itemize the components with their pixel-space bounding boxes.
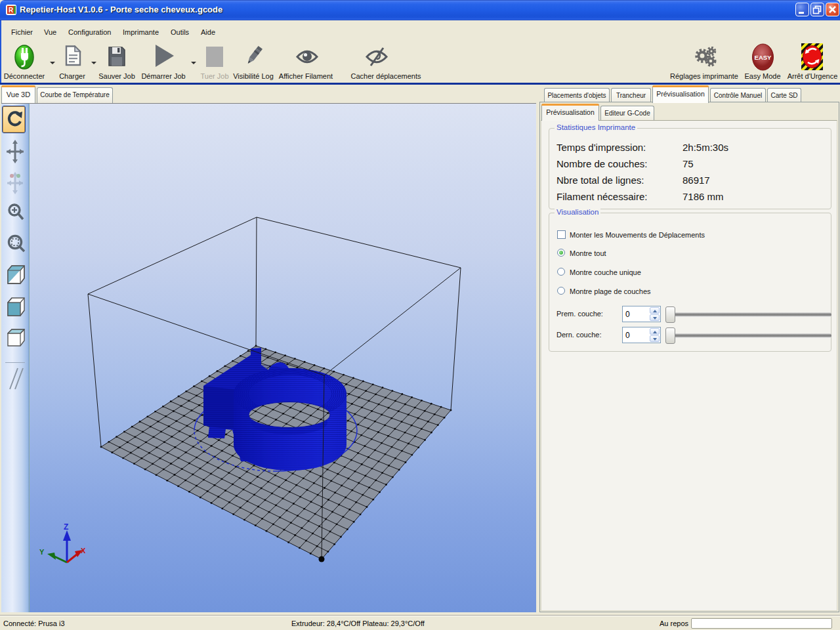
svg-text:EASY: EASY: [755, 54, 772, 61]
svg-text:X: X: [81, 547, 86, 555]
svg-text:Z: Z: [64, 522, 68, 532]
svg-text:R: R: [9, 7, 14, 14]
svg-text:Y: Y: [39, 548, 45, 556]
